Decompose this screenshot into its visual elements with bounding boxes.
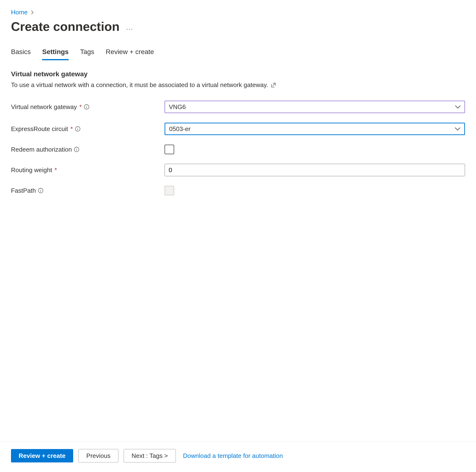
info-icon[interactable] — [38, 188, 44, 193]
tab-review-create[interactable]: Review + create — [106, 48, 154, 60]
er-select[interactable]: 0503-er — [165, 123, 465, 135]
info-icon[interactable] — [84, 104, 89, 110]
vng-select-value: VNG6 — [169, 103, 186, 111]
row-virtual-network-gateway: Virtual network gateway * VNG6 — [11, 101, 465, 113]
review-create-button[interactable]: Review + create — [11, 449, 73, 462]
row-expressroute-circuit: ExpressRoute circuit * 0503-er — [11, 123, 465, 135]
svg-point-8 — [76, 148, 77, 149]
breadcrumb: Home — [11, 9, 465, 16]
more-actions-icon[interactable]: ··· — [126, 20, 133, 33]
chevron-down-icon — [455, 103, 461, 110]
row-routing-weight: Routing weight * — [11, 164, 465, 176]
chevron-right-icon — [30, 10, 35, 15]
tab-basics[interactable]: Basics — [11, 48, 31, 60]
tabs: Basics Settings Tags Review + create — [11, 48, 465, 60]
info-icon[interactable] — [75, 126, 81, 132]
tab-settings[interactable]: Settings — [42, 48, 68, 60]
svg-point-5 — [78, 127, 78, 128]
tab-tags[interactable]: Tags — [80, 48, 94, 60]
vng-select[interactable]: VNG6 — [165, 101, 465, 113]
routing-weight-input[interactable] — [165, 164, 465, 176]
routing-label: Routing weight — [11, 167, 52, 174]
chevron-down-icon — [454, 126, 461, 132]
required-indicator: * — [79, 103, 82, 111]
page-title: Create connection — [11, 19, 119, 34]
section-description: To use a virtual network with a connecti… — [11, 81, 465, 89]
svg-point-11 — [40, 189, 41, 190]
section-description-text: To use a virtual network with a connecti… — [11, 81, 268, 89]
er-select-value: 0503-er — [169, 125, 191, 133]
redeem-checkbox[interactable] — [165, 145, 174, 154]
download-template-link[interactable]: Download a template for automation — [183, 452, 283, 460]
fastpath-checkbox — [165, 186, 174, 195]
info-icon[interactable] — [74, 147, 79, 152]
redeem-label: Redeem authorization — [11, 146, 72, 153]
row-redeem-authorization: Redeem authorization — [11, 145, 465, 154]
breadcrumb-home[interactable]: Home — [11, 9, 28, 16]
vng-label: Virtual network gateway — [11, 103, 77, 111]
previous-button[interactable]: Previous — [78, 449, 119, 462]
footer: Review + create Previous Next : Tags > D… — [0, 441, 476, 472]
row-fastpath: FastPath — [11, 186, 465, 195]
required-indicator: * — [70, 125, 73, 133]
next-button[interactable]: Next : Tags > — [124, 449, 176, 462]
external-link-icon[interactable] — [271, 82, 276, 88]
required-indicator: * — [54, 167, 57, 174]
svg-point-2 — [86, 105, 87, 106]
er-label: ExpressRoute circuit — [11, 125, 68, 133]
fastpath-label: FastPath — [11, 187, 36, 194]
section-heading: Virtual network gateway — [11, 70, 465, 78]
